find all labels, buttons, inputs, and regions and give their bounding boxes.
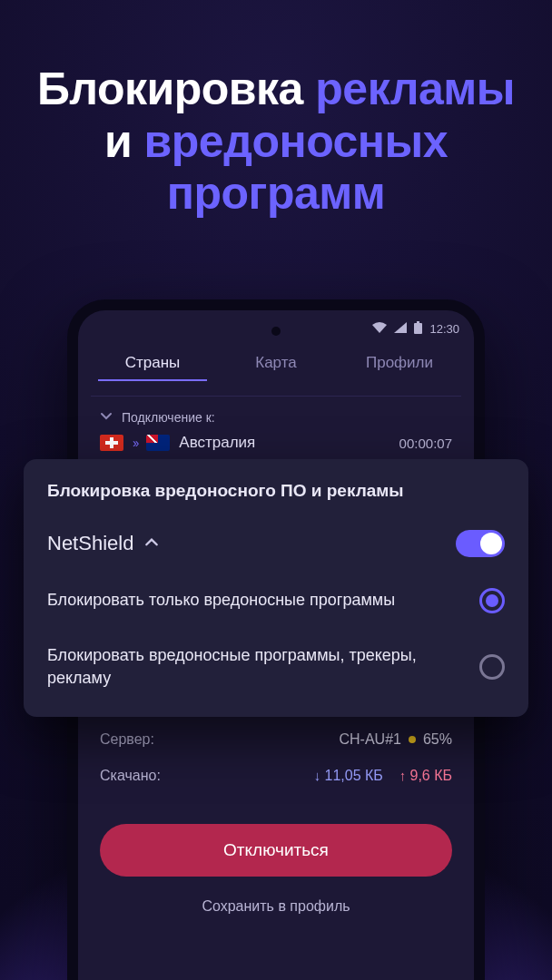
server-label: Сервер: (100, 731, 154, 748)
tab-countries-label: Страны (125, 354, 181, 371)
server-load: 65% (423, 731, 452, 748)
hero-l1-purple: рекламы (315, 64, 515, 114)
chevron-down-icon[interactable] (100, 409, 113, 425)
tab-profiles-label: Профили (366, 354, 433, 371)
netshield-sheet: Блокировка вредоносного ПО и рекламы Net… (24, 459, 528, 717)
tab-map-label: Карта (255, 354, 297, 371)
radio-block-all[interactable] (479, 654, 505, 680)
svg-rect-0 (414, 323, 422, 334)
hero-l3-purple: программ (167, 168, 385, 219)
chevron-up-icon (144, 532, 159, 555)
server-name: CH-AU#1 (340, 731, 401, 748)
tab-map[interactable]: Карта (214, 354, 338, 372)
disconnect-button-label: Отключиться (223, 840, 329, 860)
arrow-up-icon: ↑ (399, 768, 410, 783)
hero-l2-purple: вредоносных (144, 116, 448, 167)
status-bar: 12:30 (78, 318, 474, 339)
hero-l2-white: и (104, 116, 144, 167)
netshield-label: NetShield (47, 532, 133, 555)
option-block-all[interactable]: Блокировать вредоносные программы, треке… (47, 644, 505, 690)
upload-value: ↑ 9,6 КБ (399, 768, 452, 784)
connection-timer: 00:00:07 (399, 436, 452, 451)
route-arrows-icon: ›› (133, 436, 137, 450)
server-row: Сервер: CH-AU#1 65% (78, 728, 474, 751)
option-block-all-label: Блокировать вредоносные программы, треке… (47, 644, 463, 690)
tab-countries[interactable]: Страны (91, 354, 214, 372)
hero-headline: Блокировка рекламы и вредоносных програм… (0, 0, 552, 220)
download-label: Скачано: (100, 768, 161, 784)
netshield-row[interactable]: NetShield (47, 530, 505, 557)
option-block-malware-only[interactable]: Блокировать только вредоносные программы (47, 588, 505, 613)
download-row: Скачано: ↓ 11,05 КБ ↑ 9,6 КБ (78, 764, 474, 788)
load-dot-icon (409, 736, 416, 743)
tab-profiles[interactable]: Профили (338, 354, 461, 372)
netshield-toggle[interactable] (456, 530, 505, 557)
wifi-icon (372, 322, 387, 336)
sheet-title: Блокировка вредоносного ПО и рекламы (47, 481, 505, 501)
disconnect-button[interactable]: Отключиться (100, 824, 452, 877)
connection-block: Подключение к: ›› Австралия 00:00:07 (78, 397, 474, 456)
option-malware-only-label: Блокировать только вредоносные программы (47, 589, 463, 612)
tab-bar: Страны Карта Профили (78, 339, 474, 387)
radio-malware-only[interactable] (479, 588, 505, 613)
svg-rect-1 (417, 321, 419, 323)
destination-country: Австралия (179, 434, 255, 452)
download-amount: 11,05 КБ (325, 768, 383, 783)
upload-amount: 9,6 КБ (409, 768, 452, 783)
camera-notch (271, 327, 281, 336)
cell-signal-icon (394, 322, 407, 336)
arrow-down-icon: ↓ (314, 768, 325, 783)
hero-l1-white: Блокировка (37, 64, 315, 114)
flag-switzerland-icon (100, 435, 123, 451)
flag-australia-icon (146, 435, 170, 451)
download-value: ↓ 11,05 КБ (314, 768, 383, 784)
save-profile-label: Сохранить в профиль (202, 898, 350, 914)
clock-text: 12:30 (429, 322, 459, 336)
save-profile-link[interactable]: Сохранить в профиль (78, 898, 474, 915)
battery-icon (414, 321, 422, 337)
connection-label: Подключение к: (122, 410, 215, 425)
